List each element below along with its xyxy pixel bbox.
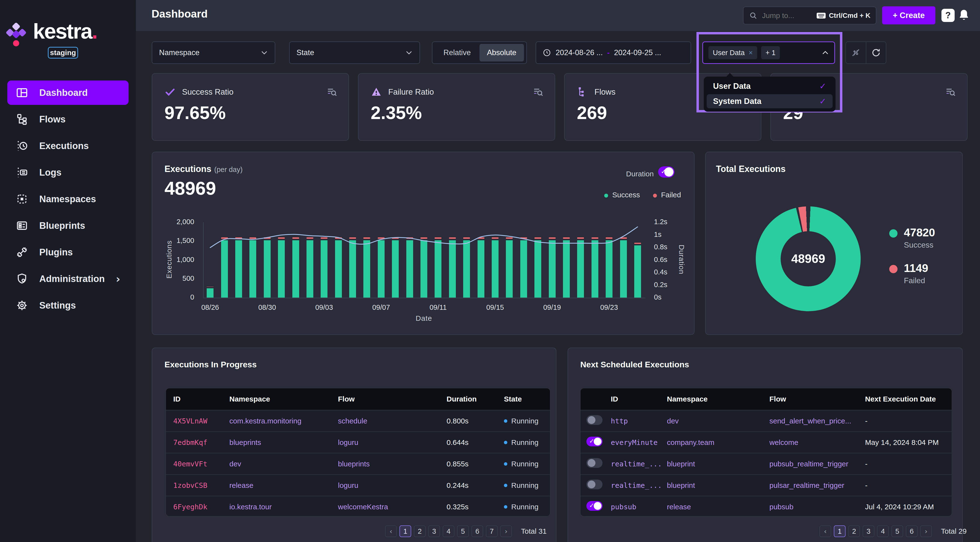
page-button[interactable]: 5 [457, 525, 469, 537]
more-chip[interactable]: + 1 [761, 46, 780, 59]
trigger-enabled-toggle[interactable]: ✓ [586, 480, 603, 489]
success-label[interactable]: Success [904, 240, 933, 250]
date-range-picker[interactable]: 2024-08-26 ... - 2024-09-25 ... [536, 41, 691, 64]
option-user-data[interactable]: User Data✓ [707, 79, 833, 93]
trigger-id-link[interactable]: everyMinute [611, 438, 667, 447]
sidebar-item-settings[interactable]: Settings [7, 293, 129, 318]
namespace-link[interactable]: com.kestra.monitoring [229, 417, 338, 425]
flow-link[interactable]: welcome [769, 438, 865, 447]
axis-tick: 1,000 [158, 256, 194, 264]
kestra-logo[interactable]: kestra. [13, 19, 97, 43]
list-search-icon[interactable] [326, 86, 338, 98]
execution-id-link[interactable]: 6FyeghDk [173, 503, 229, 511]
absolute-option[interactable]: Absolute [479, 44, 524, 62]
trigger-enabled-toggle[interactable]: ✓ [586, 501, 603, 511]
create-button[interactable]: + Create [882, 6, 935, 24]
next-page-button[interactable]: › [920, 525, 932, 537]
namespace-link[interactable]: blueprint [667, 460, 769, 468]
list-search-icon[interactable] [945, 86, 956, 98]
namespace-link[interactable]: company.team [667, 438, 769, 447]
page-button[interactable]: 1 [399, 525, 411, 537]
flow-link[interactable]: pulsar_realtime_trigger [769, 481, 865, 490]
col-id: ID [173, 395, 229, 403]
page-button[interactable]: 3 [428, 525, 440, 537]
environment-badge: staging [48, 47, 78, 59]
execution-id-link[interactable]: 7edbmKqf [173, 438, 229, 447]
trigger-id-link[interactable]: http [611, 417, 667, 425]
trigger-id-link[interactable]: realtime_... [611, 481, 667, 490]
sidebar-item-executions[interactable]: Executions [7, 134, 129, 158]
sidebar-item-logs[interactable]: Logs [7, 160, 129, 184]
execution-id-link[interactable]: 4X5VLnAW [173, 417, 229, 425]
namespace-link[interactable]: dev [667, 417, 769, 425]
page-button[interactable]: 4 [877, 525, 889, 537]
sidebar-item-label: Dashboard [39, 87, 88, 98]
flow-link[interactable]: send_alert_when_price... [769, 417, 865, 425]
sidebar-item-dashboard[interactable]: Dashboard [7, 81, 129, 105]
namespace-link[interactable]: release [667, 503, 769, 511]
duration-toggle[interactable]: ✓ [658, 166, 675, 178]
flow-link[interactable]: pubsub [769, 503, 865, 511]
success-legend-label[interactable]: Success [612, 191, 640, 199]
trigger-id-link[interactable]: pubsub [611, 503, 667, 511]
sidebar-item-flows[interactable]: Flows [7, 107, 129, 132]
prev-page-button[interactable]: ‹ [385, 525, 397, 537]
page-button[interactable]: 6 [471, 525, 483, 537]
page-button[interactable]: 5 [891, 525, 903, 537]
flow-link[interactable]: welcomeKestra [338, 503, 447, 511]
page-title: Dashboard [151, 8, 208, 20]
trigger-enabled-toggle[interactable]: ✓ [586, 437, 603, 447]
namespace-link[interactable]: dev [229, 460, 338, 468]
notifications-button[interactable] [957, 7, 971, 23]
state-label: Running [511, 417, 539, 425]
page-button[interactable]: 4 [443, 525, 454, 537]
trigger-enabled-toggle[interactable]: ✓ [586, 458, 603, 468]
flow-link[interactable]: loguru [338, 481, 447, 490]
namespace-link[interactable]: release [229, 481, 338, 490]
page-button[interactable]: 2 [848, 525, 860, 537]
namespace-link[interactable]: io.kestra.tour [229, 503, 338, 511]
sidebar-item-plugins[interactable]: Plugins [7, 240, 129, 264]
list-search-icon[interactable] [533, 86, 544, 98]
execution-id-link[interactable]: 1zobvCSB [173, 481, 229, 490]
kestra-dashboard: kestra. staging Dashboard Flows Executio… [0, 0, 980, 542]
next-page-button[interactable]: › [500, 525, 512, 537]
user-data-chip[interactable]: User Data× [708, 46, 757, 59]
trigger-enabled-toggle[interactable]: ✓ [586, 415, 603, 425]
relative-option[interactable]: Relative [435, 48, 479, 57]
search-input[interactable] [762, 11, 812, 20]
failed-legend-label[interactable]: Failed [661, 191, 681, 199]
page-button[interactable]: 1 [834, 525, 846, 537]
execution-id-link[interactable]: 40emvVFt [173, 460, 229, 468]
flow-link[interactable]: blueprints [338, 460, 447, 468]
prev-page-button[interactable]: ‹ [819, 525, 831, 537]
jump-to-search[interactable]: Ctrl/Cmd + K [743, 6, 876, 24]
executions-chart-card: Executions(per day) 48969 Duration ✓ Suc… [152, 152, 695, 335]
duration-value: 0.244s [447, 481, 504, 490]
flow-link[interactable]: schedule [338, 417, 447, 425]
namespace-filter[interactable]: Namespace [152, 41, 275, 64]
page-button[interactable]: 3 [862, 525, 874, 537]
failed-label[interactable]: Failed [904, 276, 925, 285]
sidebar-item-blueprints[interactable]: Blueprints [7, 213, 129, 238]
namespace-link[interactable]: blueprints [229, 438, 338, 447]
flow-link[interactable]: pubsub_realtime_trigger [769, 460, 865, 468]
sidebar-item-namespaces[interactable]: Namespaces [7, 187, 129, 211]
page-button[interactable]: 2 [414, 525, 426, 537]
trigger-id-link[interactable]: realtime_... [611, 460, 667, 468]
page-button[interactable]: 6 [906, 525, 918, 537]
topbar: Dashboard Ctrl/Cmd + K + Create ? [136, 0, 980, 31]
help-button[interactable]: ? [942, 9, 955, 22]
page-button[interactable]: 7 [486, 525, 498, 537]
sidebar-item-administration[interactable]: Administration › [7, 267, 129, 291]
namespace-link[interactable]: blueprint [667, 481, 769, 490]
data-type-multiselect[interactable]: User Data× + 1 [702, 41, 835, 64]
x-axis-label: Date [399, 314, 448, 323]
state-filter[interactable]: State [289, 41, 420, 64]
option-system-data[interactable]: System Data✓ [707, 94, 833, 108]
refresh-button[interactable] [866, 42, 886, 64]
chip-close-icon[interactable]: × [749, 49, 753, 57]
executions-donut-chart[interactable]: 48969 [756, 207, 861, 311]
flow-link[interactable]: loguru [338, 438, 447, 447]
auto-refresh-off-button[interactable] [846, 42, 866, 64]
